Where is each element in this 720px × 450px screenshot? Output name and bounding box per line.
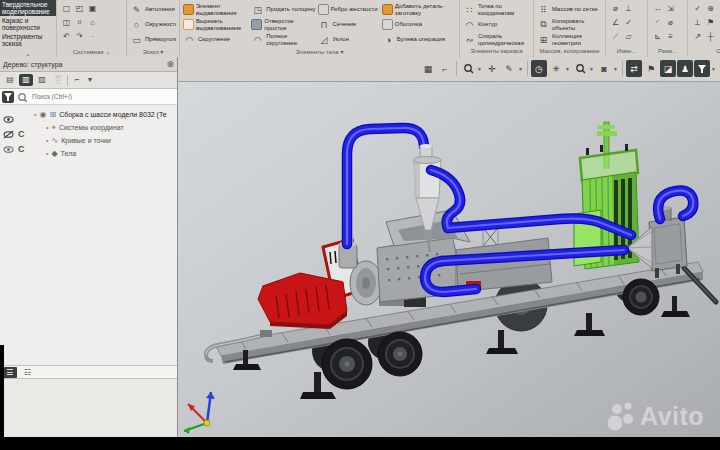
snapshot-dropdown-arrow-icon[interactable]: ▼ xyxy=(613,66,619,72)
leader-icon[interactable]: ↗ xyxy=(691,30,704,44)
angle-measure-icon[interactable]: ∠ xyxy=(609,16,622,30)
diameter-measure-icon[interactable]: ⌀ xyxy=(609,2,622,16)
section-view-icon[interactable]: ◪ xyxy=(660,60,676,77)
area-icon[interactable]: ▱ xyxy=(622,30,635,44)
group-label-frame-elements[interactable]: Элементы каркаса xyxy=(460,48,533,57)
length-measure-icon[interactable]: ⟋ xyxy=(609,30,622,44)
module-solid-modeling[interactable]: Твердотельное моделирование xyxy=(0,0,56,16)
tool-section[interactable]: ⊓Сечение xyxy=(318,17,382,32)
mark-icon[interactable]: ⚑ xyxy=(704,16,717,30)
module-expand-chevron-icon[interactable]: ⌄ xyxy=(0,50,56,57)
group-label-designations[interactable]: Обозначен... xyxy=(688,48,720,57)
module-sketch-tools[interactable]: Инструменты эскиза xyxy=(0,32,56,48)
tool-boolean[interactable]: ◑Булева операция xyxy=(382,32,456,47)
axis-icon[interactable]: ┼ xyxy=(704,30,717,44)
tool-add-blank-part[interactable]: Добавить деталь-заготовку xyxy=(382,2,456,17)
tool-geometry-collection[interactable]: ⊞Коллекция геометрии xyxy=(537,32,602,47)
module-frame-surfaces[interactable]: Каркас и поверхности xyxy=(0,16,56,32)
open-folder-icon[interactable]: ◰ xyxy=(73,2,86,16)
filter-dropdown-arrow-icon[interactable]: ▼ xyxy=(711,66,717,72)
group-label-body-elements[interactable]: Элементы тела ▾ xyxy=(180,48,459,57)
tree-item-coordinate-systems[interactable]: •⌖ Системы координат xyxy=(0,121,177,134)
eye-icon[interactable] xyxy=(3,115,14,124)
tool-fillet[interactable]: ◠Скругление xyxy=(183,32,251,47)
tolerance-icon[interactable]: ⊕ xyxy=(704,2,717,16)
section-c2-icon[interactable]: C xyxy=(18,144,25,154)
properties-icon[interactable]: ⌂ xyxy=(86,16,99,30)
pen-dropdown-arrow-icon[interactable]: ▼ xyxy=(518,66,524,72)
filter-icon[interactable] xyxy=(694,60,710,77)
linear-dim-icon[interactable]: ↔ xyxy=(651,2,664,16)
zoom-fit-dropdown-arrow-icon[interactable]: ▼ xyxy=(589,66,595,72)
flag-icon[interactable]: ⚑ xyxy=(643,60,659,77)
tool-extrude[interactable]: Элемент выдавливания xyxy=(183,2,251,17)
model-canvas[interactable] xyxy=(178,82,720,437)
zoom-dropdown-arrow-icon[interactable]: ▼ xyxy=(477,66,483,72)
help-icon[interactable]: · xyxy=(86,30,99,44)
aligned-dim-icon[interactable]: ⇲ xyxy=(664,2,677,16)
roughness-icon[interactable]: ✓ xyxy=(691,2,704,16)
eye-dim-icon[interactable] xyxy=(3,145,14,154)
zoom-fit-icon[interactable] xyxy=(572,60,588,77)
tool-thicken[interactable]: ◳Придать толщину xyxy=(251,2,317,17)
tree-item-curves-points[interactable]: •∿ Кривые и точки xyxy=(0,134,177,147)
structure-view-icon[interactable]: ▥ xyxy=(19,74,33,86)
tool-shell[interactable]: Оболочка xyxy=(382,17,456,32)
check-icon[interactable]: ✓ xyxy=(622,16,635,30)
redo-icon[interactable]: ↷ xyxy=(73,30,86,44)
pan-icon[interactable]: ✛ xyxy=(484,60,500,77)
zoom-area-icon[interactable] xyxy=(460,60,476,77)
tool-cut-extrude[interactable]: Вырезать выдавливанием xyxy=(183,17,251,32)
close-icon[interactable]: ⊗ xyxy=(166,59,174,69)
save-icon[interactable]: ◫ xyxy=(60,16,73,30)
tool-grid-array[interactable]: ⠿Массив по сетке xyxy=(537,2,602,17)
tool-rib[interactable]: Ребро жесткости xyxy=(318,2,382,17)
diam-dim-icon[interactable]: ⌀ xyxy=(664,16,677,30)
stamp-icon[interactable]: ⌗ xyxy=(73,16,86,30)
section-c-icon[interactable]: C xyxy=(18,129,25,139)
tool-point-by-coords[interactable]: ∷Точка по координатам xyxy=(463,2,530,17)
visibility-state-icon[interactable]: ◉ xyxy=(39,110,46,119)
group-label-sketch[interactable]: Эскиз ▾ xyxy=(127,48,179,57)
branch-dropdown-arrow-icon[interactable]: ▾ xyxy=(86,74,94,86)
tool-draft[interactable]: ◿Уклон xyxy=(318,32,382,47)
group-label-measure[interactable]: Изме... xyxy=(606,48,647,57)
move-component-icon[interactable]: ⇄ xyxy=(626,60,642,77)
perpendicular-icon[interactable]: ⊥ xyxy=(622,2,635,16)
annotate-pen-icon[interactable]: ✎ xyxy=(501,60,517,77)
tree-item-bodies[interactable]: •◆ Тела xyxy=(0,147,177,160)
group-label-array-copy[interactable]: Массив, копирование xyxy=(534,48,605,57)
undo-icon[interactable]: ↶ xyxy=(60,30,73,44)
tree-root-assembly[interactable]: •◉ ⊞ Сборка с шасси модели 8032 (Те xyxy=(0,108,177,121)
group-label-dimensions[interactable]: Разм... xyxy=(648,48,687,57)
chain-dim-icon[interactable]: ≡ xyxy=(664,30,677,44)
tree-view-icon[interactable]: ▤ xyxy=(3,74,17,86)
tool-copy-objects[interactable]: ⧉Копировать объекты xyxy=(537,17,602,32)
tree-filter-icon[interactable] xyxy=(2,91,14,103)
workplane-icon[interactable]: ⌐ xyxy=(437,60,453,77)
tool-contour[interactable]: ◠Контур xyxy=(463,17,530,32)
print-icon[interactable]: ▣ xyxy=(86,2,99,16)
exec-view-icon[interactable]: ▒ xyxy=(51,74,65,86)
radial-dim-icon[interactable]: ◜ xyxy=(651,16,664,30)
datum-icon[interactable]: ⟂ xyxy=(691,16,704,30)
angular-dim-icon[interactable]: ⊾ xyxy=(651,30,664,44)
orientation-icon[interactable]: ◷ xyxy=(531,60,547,77)
ergonomics-icon[interactable]: ♟ xyxy=(677,60,693,77)
tab-parameters-icon[interactable]: ☷ xyxy=(20,367,35,378)
appearance-icon[interactable]: ✳ xyxy=(548,60,564,77)
tool-spiral[interactable]: ∾Спираль цилиндрическая xyxy=(463,32,530,47)
new-document-icon[interactable]: ▢ xyxy=(60,2,73,16)
viewport-3d[interactable]: Avito xyxy=(178,82,720,437)
eye-off-icon[interactable] xyxy=(3,130,14,139)
tool-rectangle[interactable]: ▭Прямоугольник xyxy=(130,32,176,47)
tool-autoline[interactable]: ✎Автолиния xyxy=(130,2,176,17)
search-input[interactable] xyxy=(30,92,154,101)
appearance-dropdown-arrow-icon[interactable]: ▼ xyxy=(565,66,571,72)
branch-icon[interactable]: ⌐ xyxy=(70,74,84,86)
snapshot-icon[interactable]: ◙ xyxy=(596,60,612,77)
snap-grid-icon[interactable]: ▦ xyxy=(420,60,436,77)
tool-circle[interactable]: ○Окружность xyxy=(130,17,176,32)
group-label-system[interactable]: Системная ⌄ xyxy=(57,48,126,57)
tool-simple-hole[interactable]: Отверстие простое xyxy=(251,17,317,32)
